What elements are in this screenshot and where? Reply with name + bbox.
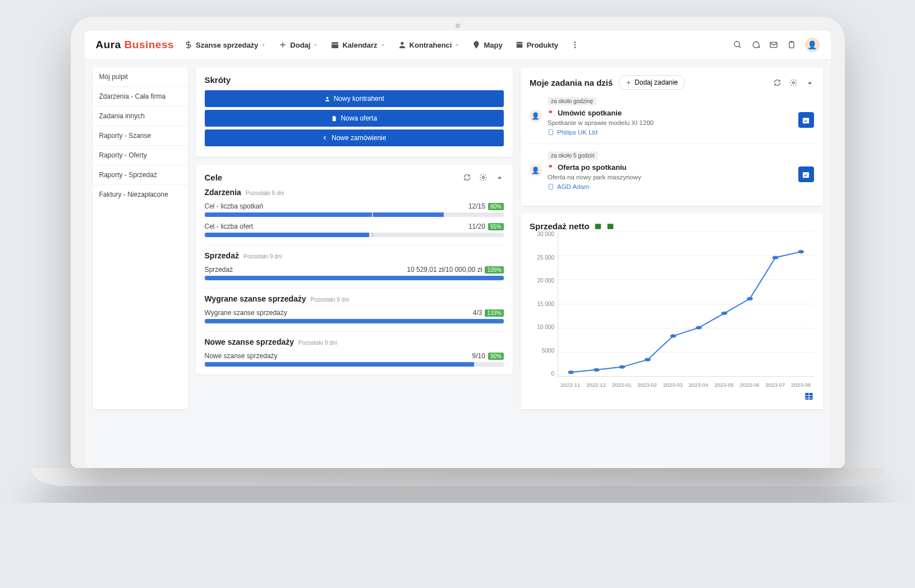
calendar-check-icon [802, 116, 810, 124]
svg-point-20 [568, 371, 574, 374]
pin-icon [472, 40, 481, 49]
chevron-down-icon [313, 43, 318, 48]
chevron-down-icon [454, 43, 459, 48]
nav-calendar[interactable]: Kalendarz [330, 40, 385, 49]
goal-offers: Cel - liczba ofert 11/2055% [205, 223, 504, 237]
goal-offers-value: 11/20 [468, 223, 485, 230]
goal-sales-label: Sprzedaż [205, 266, 233, 274]
gear-icon[interactable] [789, 78, 798, 87]
chat-icon[interactable] [751, 40, 760, 49]
goal-new-badge: 90% [488, 353, 504, 360]
y-axis: 30 000 25 000 20 000 15 000 10 000 5000 … [530, 231, 558, 388]
new-offer-button[interactable]: Nowa oferta [205, 110, 504, 127]
gear-icon[interactable] [479, 173, 488, 182]
nav-sales[interactable]: Szanse sprzedaży [184, 40, 266, 49]
top-header: Aura Business Szanse sprzedaży Dodaj [85, 31, 831, 59]
chevron-down-icon [261, 43, 266, 48]
clipboard-icon[interactable] [787, 40, 796, 49]
task-link-text: AGD Adam [557, 183, 590, 190]
tasks-card: Moje zadania na dziś Dodaj zadanie [521, 67, 823, 206]
x-tick: 2023-05 [714, 382, 734, 388]
svg-point-13 [792, 81, 794, 84]
nav-maps[interactable]: Mapy [472, 40, 502, 49]
sidebar-item-reports-chances[interactable]: Raporty - Szanse [93, 126, 188, 146]
refresh-icon[interactable] [463, 173, 471, 182]
x-tick: 2023-06 [740, 382, 760, 388]
chart-card: Sprzedaż netto 30 000 25 000 20 000 15 0… [521, 214, 823, 409]
mail-icon[interactable] [769, 40, 778, 49]
x-tick: 2023-04 [689, 382, 709, 388]
sidebar-item-reports-offers[interactable]: Raporty - Oferty [93, 146, 188, 165]
task-item: 👤 za około 5 godzin Oferta po spotkaniu … [530, 150, 814, 198]
svg-rect-0 [332, 42, 338, 48]
svg-point-3 [574, 41, 576, 43]
sidebar-item-invoices[interactable]: Faktury - Niezapłacone [93, 185, 188, 204]
svg-point-25 [696, 326, 702, 330]
task-link[interactable]: AGD Adam [548, 183, 793, 190]
svg-point-12 [482, 177, 485, 179]
refresh-icon[interactable] [773, 78, 781, 87]
goal-sales-badge: 105% [485, 266, 504, 274]
goal-meetings-value: 12/15 [468, 202, 485, 210]
sidebar: Mój pulpit Zdarzenia - Cała firma Zadani… [93, 67, 188, 409]
svg-point-1 [401, 42, 403, 45]
sidebar-item-tasks[interactable]: Zadania innych [93, 107, 188, 126]
goal-won-value: 4/3 [473, 309, 482, 317]
task-calendar-button[interactable] [798, 166, 814, 182]
goal-new: Nowe szanse sprzedaży 9/1090% [205, 352, 504, 367]
collapse-icon[interactable] [806, 78, 814, 87]
section-sales-sub: Pozostało 9 dni [243, 253, 282, 260]
x-tick: 2022-12 [586, 382, 606, 388]
nav-calendar-label: Kalendarz [342, 41, 377, 49]
svg-text:€: € [324, 136, 327, 141]
chart-plot [558, 231, 814, 377]
goal-meetings: Cel - liczba spotkań 12/1580% [205, 202, 504, 217]
goal-offers-label: Cel - liczba ofert [205, 223, 254, 230]
plus-icon [626, 80, 632, 86]
search-icon[interactable] [733, 40, 742, 49]
task-link[interactable]: Philips UK Ltd [548, 129, 793, 136]
euro-icon: € [322, 135, 328, 141]
x-tick: 2023-07 [765, 382, 785, 388]
table-view-icon[interactable] [804, 391, 814, 401]
main-menu: Szanse sprzedaży Dodaj Kalendarz [184, 40, 580, 49]
new-contractor-button[interactable]: Nowy kontrahent [205, 90, 504, 107]
excel-icon-2[interactable] [606, 223, 614, 230]
y-tick: 15 000 [530, 301, 554, 307]
task-desc: Spotkanie w sprawie modelu XI 1200 [548, 119, 793, 126]
svg-rect-9 [790, 41, 793, 43]
flag-icon [548, 110, 554, 117]
dollar-icon [184, 40, 193, 49]
y-tick: 5000 [530, 348, 554, 354]
shortcuts-title: Skróty [205, 75, 231, 85]
new-order-button[interactable]: € Nowe zamówienie [205, 129, 504, 146]
sidebar-item-pulpit[interactable]: Mój pulpit [93, 67, 188, 87]
shortcuts-card: Skróty Nowy kontrahent Nowa oferta [196, 67, 513, 157]
excel-icon[interactable] [594, 223, 602, 230]
nav-contractors[interactable]: Kontrahenci [398, 40, 460, 49]
svg-point-4 [574, 44, 576, 46]
svg-point-10 [326, 96, 328, 99]
y-tick: 25 000 [530, 254, 554, 261]
goal-won-badge: 133% [485, 309, 504, 317]
user-avatar[interactable]: 👤 [805, 38, 820, 52]
progress-new [205, 362, 504, 367]
tasks-title: Moje zadania na dziś [530, 78, 613, 87]
more-icon[interactable] [571, 40, 580, 49]
progress-offers [205, 233, 504, 237]
task-calendar-button[interactable] [798, 112, 814, 128]
x-tick: 2022-11 [560, 382, 580, 388]
person-add-icon [324, 96, 330, 102]
nav-sales-label: Szanse sprzedaży [196, 41, 258, 49]
nav-add[interactable]: Dodaj [278, 40, 318, 49]
sidebar-item-reports-sales[interactable]: Raporty - Sprzedaż [93, 165, 188, 185]
collapse-icon[interactable] [495, 173, 504, 182]
goal-new-label: Nowe szanse sprzedaży [205, 352, 278, 360]
svg-rect-18 [595, 224, 601, 229]
section-won-sub: Pozostało 9 dni [311, 297, 349, 303]
nav-products[interactable]: Produkty [515, 40, 558, 49]
x-tick: 2023-08 [791, 382, 811, 388]
sidebar-item-events[interactable]: Zdarzenia - Cała firma [93, 87, 188, 107]
doc-icon [331, 115, 337, 122]
add-task-button[interactable]: Dodaj zadanie [618, 75, 685, 90]
